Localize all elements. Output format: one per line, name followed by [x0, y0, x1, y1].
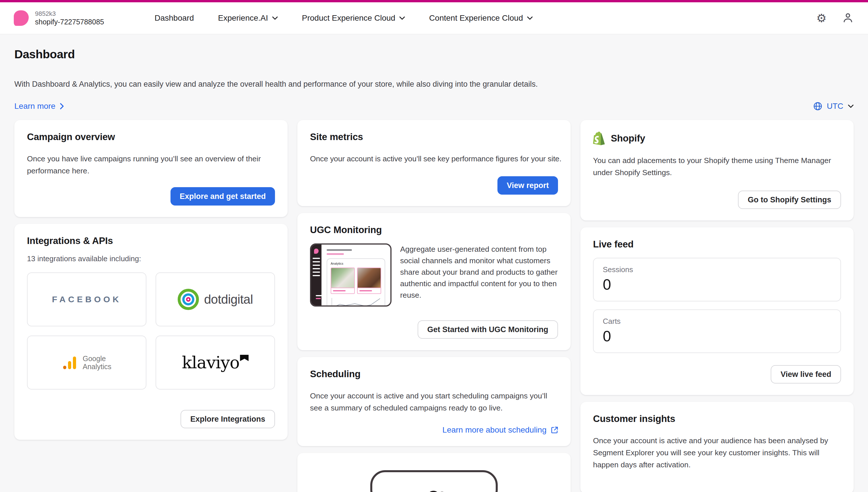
- account-id: 9852k3: [35, 10, 104, 18]
- partial-bottom-card: [297, 453, 571, 492]
- google-analytics-logo-text: Google Analytics: [83, 354, 111, 371]
- page-toolbar: Learn more UTC: [14, 100, 854, 112]
- header-actions: ⚙: [815, 12, 854, 24]
- shopify-card: Shopify You can add placements to your S…: [580, 120, 854, 220]
- external-link-icon: [551, 426, 558, 434]
- ugc-monitoring-card: UGC Monitoring: [297, 213, 571, 350]
- google-analytics-logo-icon: [62, 355, 77, 370]
- chevron-right-icon: [60, 103, 64, 109]
- integration-tile-dotdigital[interactable]: dotdigital: [155, 272, 275, 326]
- card-title: Campaign overview: [27, 131, 275, 142]
- timezone-value: UTC: [827, 102, 843, 111]
- dotdigital-logo-icon: [178, 289, 199, 310]
- klaviyo-logo-text: klaviyo: [182, 354, 240, 371]
- user-profile-icon[interactable]: [842, 12, 854, 24]
- card-body: Aggregate user-generated content from to…: [400, 243, 558, 306]
- ugc-preview-analytics-label: Analytics: [331, 262, 381, 265]
- view-live-feed-button[interactable]: View live feed: [771, 365, 841, 384]
- klaviyo-flag-icon: [240, 355, 249, 361]
- sessions-metric: Sessions 0: [593, 258, 841, 301]
- card-body: You can add placements to your Shopify t…: [593, 154, 841, 178]
- explore-integrations-button[interactable]: Explore Integrations: [180, 410, 275, 428]
- site-metrics-card: Site metrics Once your account is active…: [297, 120, 571, 206]
- campaign-overview-card: Campaign overview Once you have live cam…: [14, 120, 288, 217]
- main-nav: Dashboard Experience.AI Product Experien…: [154, 14, 532, 23]
- metric-label: Sessions: [603, 265, 831, 274]
- integration-tile-klaviyo[interactable]: klaviyo: [155, 336, 275, 390]
- column-middle: Site metrics Once your account is active…: [297, 120, 571, 492]
- shopify-bag-icon: [593, 131, 605, 145]
- go-to-shopify-settings-button[interactable]: Go to Shopify Settings: [738, 191, 841, 209]
- view-report-button[interactable]: View report: [497, 176, 558, 195]
- brand: 9852k3 shopify-72275788085: [14, 10, 104, 27]
- card-title: UGC Monitoring: [310, 224, 558, 236]
- get-started-ugc-button[interactable]: Get Started with UGC Monitoring: [418, 320, 558, 339]
- ugc-photo: [331, 268, 354, 288]
- card-body: Once you have live campaigns running you…: [27, 153, 264, 177]
- integrations-card: Integrations & APIs 13 integrations avai…: [14, 224, 288, 440]
- carts-metric: Carts 0: [593, 310, 841, 353]
- metric-value: 0: [603, 276, 831, 293]
- chevron-down-icon: [399, 16, 405, 20]
- page-title: Dashboard: [14, 48, 854, 61]
- card-title: Customer insights: [593, 413, 841, 424]
- timezone-selector[interactable]: UTC: [814, 102, 854, 111]
- live-feed-card: Live feed Sessions 0 Carts 0 View live f…: [580, 227, 854, 395]
- facebook-logo: FACEBOOK: [52, 295, 121, 304]
- ugc-photo: [358, 268, 380, 288]
- card-body: Once your account is active you’ll see k…: [310, 153, 558, 165]
- integration-tiles: FACEBOOK dotdigital: [27, 272, 275, 390]
- learn-more-scheduling-link[interactable]: Learn more about scheduling: [442, 425, 558, 435]
- learn-more-link[interactable]: Learn more: [14, 102, 64, 111]
- globe-icon: [814, 102, 822, 110]
- page-description: With Dashboard & Analytics, you can easi…: [14, 78, 585, 91]
- nav-item-product-experience-cloud[interactable]: Product Experience Cloud: [302, 14, 405, 23]
- integration-tile-facebook[interactable]: FACEBOOK: [27, 272, 146, 326]
- card-title: Shopify: [611, 133, 645, 144]
- settings-gear-icon[interactable]: ⚙: [815, 12, 828, 24]
- nav-item-experience-ai[interactable]: Experience.AI: [218, 14, 278, 23]
- illustration-frame: [370, 470, 498, 492]
- brand-logo-icon: [14, 10, 29, 26]
- card-title: Site metrics: [310, 131, 558, 142]
- metric-value: 0: [603, 328, 831, 344]
- illustration-blob: [400, 489, 468, 492]
- account-store-name: shopify-72275788085: [35, 18, 104, 26]
- chevron-down-icon: [527, 16, 533, 20]
- card-title: Integrations & APIs: [27, 236, 275, 246]
- ugc-preview-content: Analytics: [321, 245, 390, 305]
- card-grid: Campaign overview Once you have live cam…: [14, 120, 854, 492]
- dashboard-page: Dashboard With Dashboard & Analytics, yo…: [0, 48, 868, 492]
- card-title: Live feed: [593, 239, 841, 250]
- card-body: Once your account is active and your aud…: [593, 435, 841, 471]
- ugc-preview-sidebar: [311, 245, 321, 305]
- integrations-subtitle: 13 integrations available including:: [27, 254, 275, 263]
- chevron-down-icon: [848, 104, 854, 108]
- explore-get-started-button[interactable]: Explore and get started: [171, 187, 275, 205]
- integration-tile-google-analytics[interactable]: Google Analytics: [27, 336, 146, 390]
- app-header: 9852k3 shopify-72275788085 Dashboard Exp…: [0, 2, 868, 34]
- card-title: Scheduling: [310, 369, 558, 379]
- card-body: Once your account is active and you star…: [310, 390, 558, 414]
- brand-logo-icon: [314, 249, 319, 254]
- nav-item-content-experience-cloud[interactable]: Content Experience Cloud: [429, 14, 533, 23]
- nav-item-dashboard[interactable]: Dashboard: [154, 14, 194, 23]
- dotdigital-logo-text: dotdigital: [204, 292, 253, 306]
- customer-insights-card: Customer insights Once your account is a…: [580, 402, 854, 492]
- ugc-preview-image: Analytics: [310, 243, 392, 306]
- chevron-down-icon: [272, 16, 278, 20]
- column-left: Campaign overview Once you have live cam…: [14, 120, 288, 440]
- account-info: 9852k3 shopify-72275788085: [35, 10, 104, 27]
- brand-accent-bar: [0, 0, 868, 2]
- scheduling-card: Scheduling Once your account is active a…: [297, 357, 571, 446]
- app-window: 9852k3 shopify-72275788085 Dashboard Exp…: [0, 0, 868, 492]
- metric-label: Carts: [603, 317, 831, 326]
- ugc-mini-chart: [331, 297, 381, 306]
- column-right: Shopify You can add placements to your S…: [580, 120, 854, 492]
